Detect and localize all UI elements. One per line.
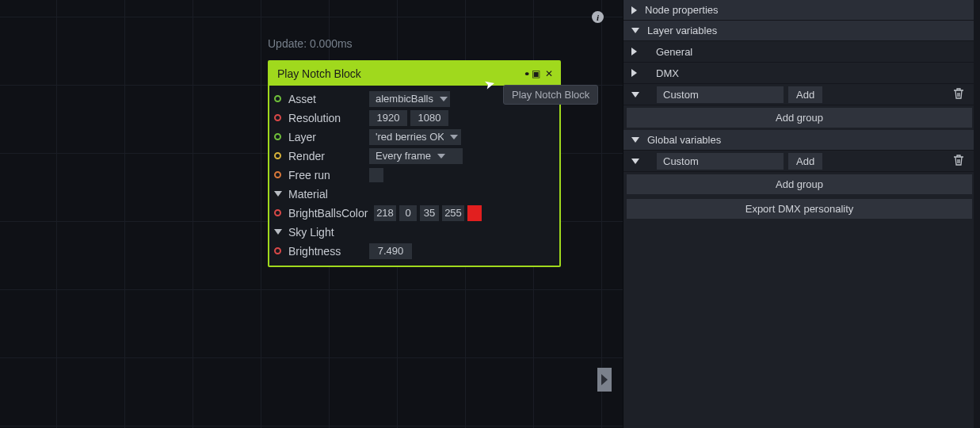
resolution-height[interactable]: 1080 (410, 110, 448, 126)
subsection-layer-custom[interactable]: Add (623, 84, 980, 105)
param-skylight[interactable]: Sky Light (274, 224, 555, 240)
node-tooltip: Play Notch Block (503, 85, 598, 105)
brightness-value[interactable]: 7.490 (369, 243, 412, 259)
param-label: Layer (288, 131, 369, 143)
port-brightballscolor[interactable] (274, 209, 281, 216)
section-node-properties[interactable]: Node properties (623, 0, 980, 21)
export-dmx-button[interactable]: Export DMX personality (627, 199, 972, 219)
section-global-variables[interactable]: Global variables (623, 130, 980, 151)
info-icon[interactable]: i (592, 11, 604, 23)
node-header[interactable]: Play Notch Block •• ▣ ✕ (269, 62, 559, 86)
asset-dropdown[interactable]: alembicBalls (369, 91, 450, 107)
param-layer: Layer 'red berries OK (274, 128, 555, 145)
param-label: BrightBallsColor (288, 207, 374, 220)
node-canvas[interactable]: i Update: 0.000ms Play Notch Block •• ▣ … (0, 0, 623, 428)
trash-icon[interactable] (953, 87, 964, 102)
node-title: Play Notch Block (277, 67, 361, 80)
resolution-width[interactable]: 1920 (369, 110, 407, 126)
chevron-down-icon (631, 159, 639, 164)
layer-dropdown[interactable]: 'red berries OK (369, 129, 461, 145)
global-custom-add-button[interactable]: Add (788, 153, 822, 170)
color-r[interactable]: 218 (374, 205, 396, 221)
asset-value: alembicBalls (376, 93, 433, 105)
param-render: Render Every frame (274, 147, 555, 164)
node-body: Asset alembicBalls Resolution 1920 1080 … (269, 86, 559, 266)
param-label: Sky Light (288, 226, 369, 239)
port-asset[interactable] (274, 95, 281, 102)
param-label: Render (288, 150, 369, 162)
section-title: Node properties (645, 4, 719, 16)
chevron-right-icon (631, 6, 637, 14)
properties-panel: Node properties Layer variables General … (623, 0, 980, 428)
subsection-dmx[interactable]: DMX (623, 63, 980, 84)
close-icon[interactable]: ✕ (545, 68, 553, 79)
param-freerun: Free run (274, 166, 555, 183)
subsection-general[interactable]: General (623, 41, 980, 63)
chevron-right-icon (631, 69, 637, 77)
chevron-right-icon (631, 48, 637, 55)
section-title: Global variables (647, 134, 721, 146)
global-add-group-button[interactable]: Add group (627, 174, 972, 194)
global-custom-name-input[interactable] (657, 153, 784, 170)
layer-custom-name-input[interactable] (657, 86, 784, 103)
expand-skylight-icon (274, 229, 282, 235)
eye-icon[interactable]: •• (525, 68, 527, 79)
update-time-label: Update: 0.000ms (268, 37, 353, 50)
color-a[interactable]: 255 (442, 205, 464, 221)
port-layer[interactable] (274, 133, 281, 140)
param-label: Material (288, 188, 369, 201)
chevron-down-icon (450, 135, 458, 139)
param-resolution: Resolution 1920 1080 (274, 109, 555, 126)
param-label: Free run (288, 169, 369, 182)
section-title: Layer variables (647, 25, 717, 36)
param-label: Brightness (288, 245, 369, 258)
trash-icon[interactable] (953, 154, 964, 169)
chevron-down-icon (631, 92, 639, 97)
freerun-checkbox[interactable] (369, 168, 383, 182)
subsection-global-custom[interactable]: Add (623, 151, 980, 172)
param-material[interactable]: Material (274, 185, 555, 202)
color-swatch[interactable] (467, 205, 482, 221)
port-brightness[interactable] (274, 247, 281, 254)
chevron-down-icon (437, 154, 445, 159)
color-b[interactable]: 35 (420, 205, 439, 221)
port-resolution[interactable] (274, 114, 281, 121)
port-render[interactable] (274, 152, 281, 159)
render-dropdown[interactable]: Every frame (369, 148, 463, 164)
render-value: Every frame (376, 150, 431, 162)
subsection-label: General (656, 46, 692, 58)
param-label: Resolution (288, 112, 369, 124)
expand-panel-button[interactable] (597, 368, 612, 392)
param-brightness: Brightness 7.490 (274, 243, 555, 259)
subsection-label: DMX (656, 67, 679, 79)
expand-material-icon (274, 191, 282, 197)
scrollbar[interactable] (974, 0, 980, 428)
layer-add-group-button[interactable]: Add group (627, 108, 972, 128)
chevron-down-icon (440, 97, 448, 101)
param-brightballscolor: BrightBallsColor 218 0 35 255 (274, 204, 555, 221)
port-freerun[interactable] (274, 171, 281, 178)
chevron-down-icon (631, 137, 639, 143)
layer-value: 'red berries OK (376, 131, 444, 143)
layer-custom-add-button[interactable]: Add (788, 86, 822, 103)
color-g[interactable]: 0 (399, 205, 417, 221)
section-layer-variables[interactable]: Layer variables (623, 21, 980, 41)
param-label: Asset (288, 93, 369, 105)
chevron-down-icon (631, 28, 639, 33)
image-icon[interactable]: ▣ (532, 68, 540, 79)
